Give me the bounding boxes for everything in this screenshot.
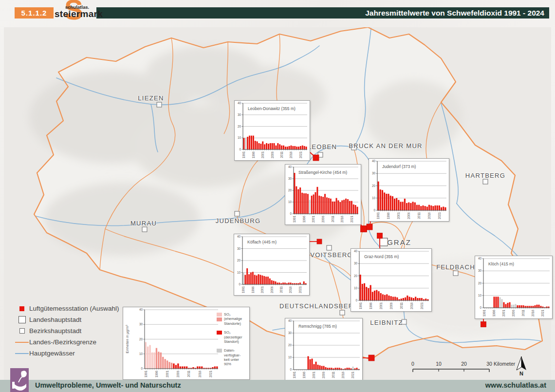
svg-text:1991: 1991 (482, 310, 486, 317)
svg-text:40: 40 (237, 235, 241, 238)
city-marker-leoben (318, 152, 323, 158)
city-label-bruck-an-der-mur: BRUCK AN DER MUR (349, 142, 423, 149)
city-marker-voitsberg (327, 245, 332, 251)
svg-text:30: 30 (139, 322, 143, 326)
svg-text:20: 20 (237, 259, 241, 262)
svg-text:10: 10 (354, 286, 358, 290)
svg-text:2011: 2011 (521, 310, 525, 317)
svg-text:1996: 1996 (251, 286, 255, 294)
north-label: N (519, 371, 523, 376)
svg-text:Klöch (415 m): Klöch (415 m) (488, 261, 514, 266)
district-capital-symbol-icon (19, 328, 25, 334)
svg-text:2016: 2016 (289, 151, 293, 159)
scale-bar: 0 10 20 30 Kilometer (409, 359, 531, 377)
svg-text:2011: 2011 (331, 216, 334, 223)
svg-text:10: 10 (139, 352, 143, 355)
svg-text:0: 0 (290, 368, 292, 371)
svg-text:2021: 2021 (299, 151, 302, 159)
legend-item-landeshauptstadt: Landeshauptstadt (15, 314, 119, 325)
scale-10: 10 (436, 361, 442, 367)
svg-text:30: 30 (478, 269, 482, 272)
svg-text:2001: 2001 (397, 212, 400, 220)
chart-kloech: 0102030401991199620012006201120162021Klö… (475, 256, 553, 319)
svg-text:1991: 1991 (359, 302, 362, 310)
svg-text:10: 10 (237, 271, 241, 274)
svg-text:2016: 2016 (341, 372, 345, 379)
svg-text:Einheiten in µg/m³: Einheiten in µg/m³ (125, 325, 130, 354)
chart-strassengel-kirche: 0102030401991199620012006201120162021Str… (285, 164, 361, 225)
chart-series-legend: SO₂ (ehemalige Standorte)SO₂ (derzeitige… (217, 312, 248, 367)
svg-text:1996: 1996 (252, 151, 255, 159)
svg-text:2021: 2021 (420, 302, 424, 310)
svg-text:2016: 2016 (198, 371, 202, 378)
svg-text:2021: 2021 (541, 310, 544, 317)
legend-item-grenze: Landes-/Bezirksgrenze (15, 336, 119, 348)
city-marker-liezen (157, 102, 162, 108)
svg-text:10: 10 (372, 196, 376, 200)
svg-text:Judendorf (373 m): Judendorf (373 m) (382, 164, 416, 169)
page-title: Jahresmittelwerte von Schwefeldioxid 199… (96, 7, 549, 19)
svg-text:20: 20 (478, 281, 482, 285)
svg-text:2021: 2021 (351, 372, 354, 379)
svg-text:40: 40 (238, 101, 241, 105)
svg-text:Graz-Nord (355 m): Graz-Nord (355 m) (364, 254, 399, 259)
section-number-badge: 5.1.1.2 (15, 7, 54, 19)
svg-text:2006: 2006 (322, 372, 325, 379)
svg-text:2016: 2016 (340, 216, 344, 223)
svg-text:2011: 2011 (187, 371, 190, 377)
chart-judendorf: 0102030401991199620012006201120162021Jud… (369, 158, 449, 222)
legend-item-bezirkshauptstadt: Bezirkshauptstadt (15, 325, 119, 336)
schulatlas-logo: S schulatlas. steiermark (53, 0, 101, 28)
svg-text:0: 0 (290, 212, 292, 215)
legend-item-station: Luftgütemessstation (Auswahl) (15, 303, 119, 314)
svg-text:2001: 2001 (166, 371, 169, 378)
svg-text:1991: 1991 (144, 371, 148, 378)
scale-0: 0 (411, 361, 414, 367)
svg-text:2001: 2001 (261, 151, 264, 159)
city-label-liezen: LIEZEN (138, 94, 164, 102)
svg-text:2006: 2006 (407, 212, 410, 220)
svg-text:20: 20 (288, 343, 292, 347)
svg-text:10: 10 (288, 355, 292, 359)
svg-text:1991: 1991 (242, 151, 245, 159)
svg-text:2021: 2021 (209, 371, 212, 378)
svg-text:1991: 1991 (293, 216, 296, 223)
city-label-graz: GRAZ (387, 238, 411, 246)
svg-text:2006: 2006 (512, 310, 515, 317)
environment-icon (10, 368, 29, 392)
svg-text:2016: 2016 (410, 302, 413, 310)
city-label-feldbach: FELDBACH (436, 263, 475, 271)
chart-legend-item: Daten- verfügbar- keit unter 90% (217, 348, 248, 367)
svg-text:30: 30 (354, 261, 358, 265)
svg-text:2016: 2016 (531, 310, 535, 317)
svg-text:Straßengel-Kirche (454 m): Straßengel-Kirche (454 m) (298, 170, 347, 175)
svg-text:2011: 2011 (280, 151, 283, 158)
svg-text:1996: 1996 (387, 212, 390, 220)
svg-text:1996: 1996 (492, 310, 496, 317)
svg-text:40: 40 (354, 249, 358, 253)
chart-legend-item: SO₂ (ehemalige Standorte) (217, 312, 248, 326)
border-line-icon (15, 342, 29, 343)
svg-text:2021: 2021 (438, 212, 441, 220)
svg-text:2001: 2001 (502, 310, 505, 317)
svg-text:2011: 2011 (332, 372, 335, 378)
svg-text:2021: 2021 (350, 216, 353, 223)
city-marker-murau (142, 227, 148, 232)
svg-text:2001: 2001 (379, 302, 383, 310)
svg-text:20: 20 (372, 184, 376, 187)
city-label-judenburg: JUDENBURG (216, 217, 261, 224)
chart-leoben-donawitz: 0102030401991199620012006201120162021Leo… (234, 100, 310, 161)
svg-text:2011: 2011 (417, 212, 421, 219)
svg-text:0: 0 (480, 306, 481, 309)
north-arrow: N (513, 355, 530, 377)
svg-text:2021: 2021 (298, 286, 302, 294)
city-label-leoben: LEOBEN (308, 143, 337, 150)
svg-text:30: 30 (288, 331, 292, 335)
svg-text:20: 20 (354, 274, 358, 278)
svg-text:0: 0 (239, 282, 240, 286)
svg-text:2011: 2011 (400, 302, 403, 309)
chart-legend-example: 0102030401991199620012006201120162021Ein… (123, 307, 250, 380)
svg-text:1996: 1996 (302, 216, 306, 223)
svg-text:20: 20 (288, 188, 292, 192)
svg-text:2001: 2001 (312, 372, 315, 379)
